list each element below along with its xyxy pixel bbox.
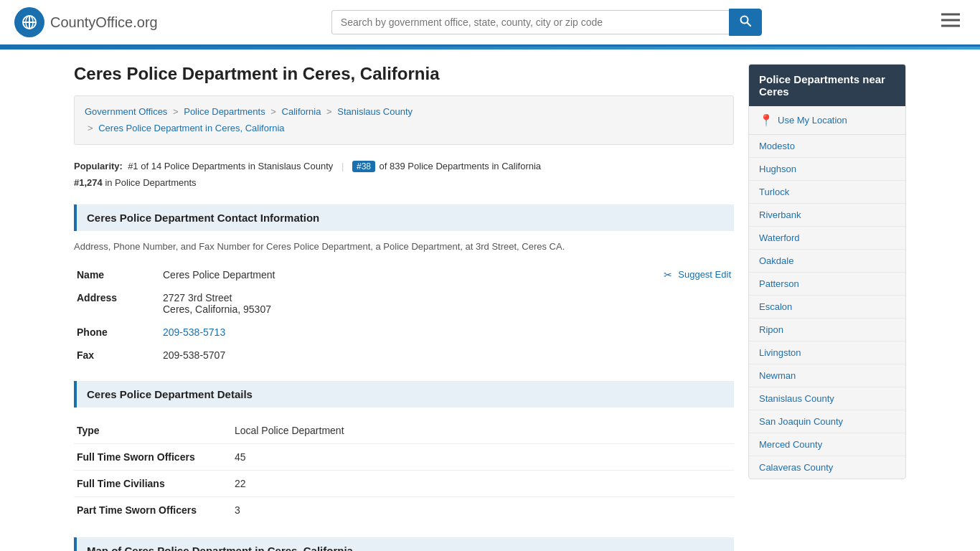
sidebar: Police Departments near Ceres 📍 Use My L… [748,64,906,551]
popularity-rank2-text: of 839 Police Departments in California [380,161,541,171]
civilians-label: Full Time Civilians [74,470,232,496]
sidebar-nearby-link-11[interactable]: Stanislaus County [749,387,905,410]
main-container: Ceres Police Department in Ceres, Califo… [60,50,920,551]
details-parttime-row: Part Time Sworn Officers 3 [74,496,734,523]
contact-description: Address, Phone Number, and Fax Number fo… [74,241,734,252]
name-label: Name [74,263,160,286]
popularity-rank3: #1,274 [74,177,103,188]
contact-fax-row: Fax 209-538-5707 [74,344,734,367]
search-input[interactable] [331,10,729,34]
sidebar-nearby-link-10[interactable]: Newman [749,364,905,387]
parttime-label: Part Time Sworn Officers [74,496,232,523]
sidebar-nearby-link-3[interactable]: Riverbank [749,204,905,226]
contact-table: Name Ceres Police Department ✂ Suggest E… [74,263,734,367]
sidebar-nearby-list: ModestoHughsonTurlockRiverbankWaterfordO… [749,135,905,479]
use-location-row: 📍 Use My Location [749,106,905,135]
details-type-row: Type Local Police Department [74,418,734,444]
details-section-header: Ceres Police Department Details [74,381,734,408]
contact-name-row: Name Ceres Police Department ✂ Suggest E… [74,263,734,286]
logo-area: CountyOffice.org [14,7,158,37]
details-civilians-row: Full Time Civilians 22 [74,470,734,496]
popularity-rank1: #1 of 14 Police Departments in Stanislau… [128,161,333,171]
civilians-value: 22 [232,470,734,496]
phone-link[interactable]: 209-538-5713 [163,326,225,338]
popularity-section: Popularity: #1 of 14 Police Departments … [74,158,734,192]
sidebar-list-item: Turlock [749,181,905,204]
sidebar-nearby-link-2[interactable]: Turlock [749,181,905,203]
sidebar-list-item: Livingston [749,342,905,364]
fax-label: Fax [74,344,160,367]
sidebar-nearby-link-14[interactable]: Calaveras County [749,456,905,479]
breadcrumb-stanislaus[interactable]: Stanislaus County [337,106,413,117]
phone-label: Phone [74,321,160,344]
sidebar-list-item: Newman [749,364,905,387]
sidebar-nearby-link-6[interactable]: Patterson [749,273,905,295]
suggest-edit-link[interactable]: ✂ Suggest Edit [664,269,731,281]
type-label: Type [74,418,232,444]
type-value: Local Police Department [232,418,734,444]
name-value-cell: Ceres Police Department ✂ Suggest Edit [160,263,734,286]
header: CountyOffice.org [0,0,980,47]
breadcrumb-current[interactable]: Ceres Police Department in Ceres, Califo… [98,123,284,133]
details-sworn-row: Full Time Sworn Officers 45 [74,443,734,470]
contact-section-header: Ceres Police Department Contact Informat… [74,204,734,231]
logo-text: CountyOffice.org [50,14,158,31]
address-value: 2727 3rd Street Ceres, California, 95307 [160,286,734,321]
sidebar-list-item: Calaveras County [749,456,905,479]
phone-value: 209-538-5713 [160,321,734,344]
sworn-value: 45 [232,443,734,470]
contact-phone-row: Phone 209-538-5713 [74,321,734,344]
sidebar-title: Police Departments near Ceres [749,65,905,106]
sidebar-nearby-link-1[interactable]: Hughson [749,158,905,180]
details-table: Type Local Police Department Full Time S… [74,418,734,523]
breadcrumb-police-depts[interactable]: Police Departments [184,106,265,117]
edit-icon: ✂ [664,269,672,281]
name-value: Ceres Police Department [163,269,275,281]
search-area [331,9,762,36]
logo-icon [14,7,44,37]
sidebar-list-item: Escalon [749,296,905,319]
sidebar-list-item: Waterford [749,227,905,250]
sidebar-nearby-link-7[interactable]: Escalon [749,296,905,318]
sworn-label: Full Time Sworn Officers [74,443,232,470]
page-title: Ceres Police Department in Ceres, Califo… [74,64,734,84]
sidebar-nearby-link-4[interactable]: Waterford [749,227,905,249]
sidebar-nearby-link-0[interactable]: Modesto [749,135,905,157]
sidebar-nearby-link-9[interactable]: Livingston [749,342,905,364]
popularity-badge: #38 [352,161,375,172]
sidebar-list-item: Modesto [749,135,905,158]
search-button[interactable] [729,9,762,36]
sidebar-nearby-link-13[interactable]: Merced County [749,433,905,456]
sidebar-list-item: San Joaquin County [749,410,905,433]
map-section-header: Map of Ceres Police Department in Ceres,… [74,537,734,551]
sidebar-list-item: Patterson [749,273,905,296]
popularity-rank3-suffix: in Police Departments [105,177,196,188]
parttime-value: 3 [232,496,734,523]
sidebar-nearby-link-5[interactable]: Oakdale [749,250,905,272]
sidebar-nearby-link-12[interactable]: San Joaquin County [749,410,905,433]
sidebar-list-item: Stanislaus County [749,387,905,410]
sidebar-list-item: Hughson [749,158,905,181]
breadcrumb-gov-offices[interactable]: Government Offices [85,106,167,117]
fax-value: 209-538-5707 [160,344,734,367]
menu-button[interactable] [936,9,966,35]
sidebar-box: Police Departments near Ceres 📍 Use My L… [748,64,906,479]
sidebar-list-item: Riverbank [749,204,905,227]
breadcrumb-california[interactable]: California [282,106,321,117]
sidebar-nearby-link-8[interactable]: Ripon [749,319,905,341]
breadcrumb: Government Offices > Police Departments … [74,95,734,145]
sidebar-list-item: Oakdale [749,250,905,273]
location-pin-icon: 📍 [759,113,773,127]
popularity-label: Popularity: [74,161,123,171]
svg-line-6 [747,23,750,27]
sidebar-list-item: Merced County [749,433,905,456]
use-location-link[interactable]: Use My Location [778,115,847,126]
address-label: Address [74,286,160,321]
sidebar-list-item: Ripon [749,319,905,342]
content-area: Ceres Police Department in Ceres, Califo… [74,64,734,551]
contact-address-row: Address 2727 3rd Street Ceres, Californi… [74,286,734,321]
